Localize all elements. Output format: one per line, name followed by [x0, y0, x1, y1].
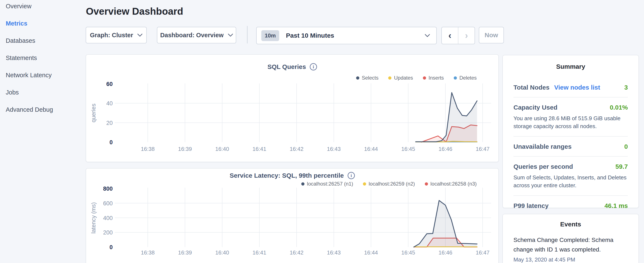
- event-timestamp: May 13, 2020 at 4:45 PM: [514, 256, 628, 263]
- time-range-badge: 10m: [261, 30, 279, 41]
- svg-text:16:39: 16:39: [178, 146, 192, 152]
- now-button[interactable]: Now: [479, 27, 504, 43]
- stat-value: 0.01%: [610, 104, 628, 111]
- svg-text:16:39: 16:39: [178, 249, 192, 256]
- admin-ui-page: OverviewMetricsDatabasesStatementsNetwor…: [0, 0, 644, 263]
- svg-text:400: 400: [103, 215, 113, 221]
- stat-value: 3: [624, 84, 628, 91]
- svg-text:800: 800: [103, 185, 113, 192]
- stat-unavailable-ranges: Unavailable ranges 0: [514, 137, 628, 157]
- svg-text:600: 600: [103, 200, 113, 207]
- summary-panel: Summary Total Nodes View nodes list 3 Ca…: [502, 55, 639, 208]
- sidebar-item-statements[interactable]: Statements: [6, 55, 53, 61]
- service-latency-chart[interactable]: 16:3816:3916:4016:4116:4216:4316:4416:45…: [86, 168, 498, 263]
- chevron-down-icon: [137, 34, 142, 37]
- time-prev-button[interactable]: ‹: [442, 27, 458, 44]
- svg-text:200: 200: [103, 229, 113, 236]
- svg-text:60: 60: [106, 81, 113, 87]
- svg-text:40: 40: [106, 100, 113, 107]
- stat-label: Total Nodes: [514, 84, 550, 91]
- svg-text:0: 0: [110, 139, 113, 146]
- dashboard-dropdown[interactable]: Dashboard: Overview: [157, 27, 236, 43]
- sidebar: OverviewMetricsDatabasesStatementsNetwor…: [6, 3, 53, 113]
- svg-text:20: 20: [106, 120, 113, 126]
- stat-label: P99 latency: [514, 202, 548, 209]
- chevron-down-icon: [228, 34, 233, 37]
- page-title: Overview Dashboard: [86, 6, 183, 17]
- dashboard-dropdown-label: Dashboard: Overview: [160, 32, 224, 39]
- sidebar-item-databases[interactable]: Databases: [6, 38, 53, 44]
- stat-queries-per-second: Queries per second 59.7 Sum of Selects, …: [514, 157, 628, 196]
- time-step-button-group: ‹ ›: [442, 27, 475, 44]
- sql-queries-card: SQL Queries i SelectsUpdatesInsertsDelet…: [86, 54, 499, 162]
- svg-text:16:47: 16:47: [476, 249, 490, 256]
- events-heading: Events: [514, 221, 628, 228]
- svg-text:16:42: 16:42: [290, 249, 304, 256]
- svg-text:16:46: 16:46: [438, 146, 452, 152]
- event-message: Schema Change Completed: Schema change w…: [514, 235, 628, 254]
- svg-text:16:46: 16:46: [438, 249, 452, 256]
- stat-value: 0: [624, 143, 628, 150]
- svg-text:queries: queries: [90, 104, 97, 123]
- stat-label: Capacity Used: [514, 104, 558, 111]
- sql-queries-chart[interactable]: 16:3816:3916:4016:4116:4216:4316:4416:45…: [86, 55, 498, 162]
- stat-p99-latency: P99 latency 46.1 ms: [514, 196, 628, 215]
- service-latency-card: Service Latency: SQL, 99th percentile i …: [86, 168, 499, 263]
- time-range-label: Past 10 Minutes: [286, 32, 334, 39]
- stat-description: Sum of Selects, Updates, Inserts, and De…: [514, 174, 628, 189]
- svg-text:16:43: 16:43: [327, 249, 340, 256]
- svg-text:16:47: 16:47: [476, 146, 490, 152]
- stat-description: You are using 28.6 MiB of 515.9 GiB usab…: [514, 114, 628, 130]
- svg-text:16:38: 16:38: [141, 249, 154, 256]
- stat-total-nodes: Total Nodes View nodes list 3: [514, 78, 628, 97]
- stat-value: 46.1 ms: [604, 202, 628, 209]
- graph-scope-dropdown[interactable]: Graph: Cluster: [86, 27, 147, 43]
- svg-text:16:45: 16:45: [401, 249, 415, 256]
- svg-text:16:44: 16:44: [364, 249, 378, 256]
- time-range-picker[interactable]: 10m Past 10 Minutes: [256, 27, 437, 44]
- svg-text:16:44: 16:44: [364, 146, 378, 152]
- chevron-down-icon: [425, 34, 430, 37]
- svg-text:16:43: 16:43: [327, 146, 340, 152]
- svg-text:16:40: 16:40: [215, 146, 229, 152]
- sidebar-item-jobs[interactable]: Jobs: [6, 89, 53, 96]
- svg-text:0: 0: [110, 244, 113, 250]
- svg-text:16:42: 16:42: [290, 146, 304, 152]
- sidebar-item-metrics[interactable]: Metrics: [6, 20, 53, 27]
- view-nodes-list-link[interactable]: View nodes list: [554, 84, 600, 91]
- svg-text:16:38: 16:38: [141, 146, 154, 152]
- event-list-item: Schema Change Completed: Schema change w…: [514, 235, 628, 263]
- events-panel: Events Schema Change Completed: Schema c…: [502, 214, 639, 263]
- controls-divider: [247, 26, 248, 43]
- stat-capacity-used: Capacity Used 0.01% You are using 28.6 M…: [514, 97, 628, 137]
- summary-heading: Summary: [514, 63, 628, 70]
- svg-text:16:41: 16:41: [252, 249, 266, 256]
- svg-text:16:45: 16:45: [401, 146, 415, 152]
- sidebar-item-overview[interactable]: Overview: [6, 3, 53, 9]
- time-next-button[interactable]: ›: [458, 27, 474, 44]
- svg-text:16:41: 16:41: [252, 146, 266, 152]
- svg-text:16:40: 16:40: [215, 249, 229, 256]
- sidebar-item-network-latency[interactable]: Network Latency: [6, 72, 53, 78]
- svg-text:latency (ms): latency (ms): [90, 202, 97, 233]
- stat-value: 59.7: [616, 163, 628, 170]
- stat-label: Queries per second: [514, 163, 573, 170]
- sidebar-item-advanced-debug[interactable]: Advanced Debug: [6, 106, 53, 113]
- stat-label: Unavailable ranges: [514, 143, 572, 150]
- graph-scope-dropdown-label: Graph: Cluster: [90, 32, 133, 39]
